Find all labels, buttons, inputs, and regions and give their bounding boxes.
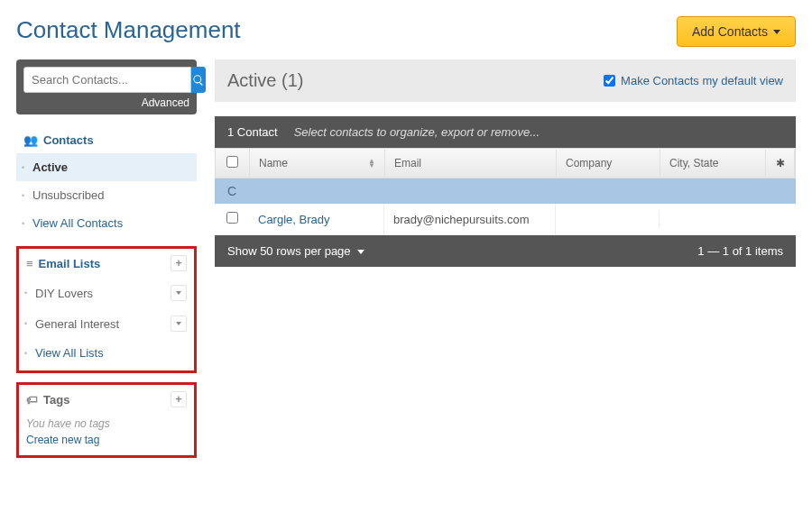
row-checkbox[interactable]: [226, 212, 238, 224]
create-new-tag-link[interactable]: Create new tag: [19, 432, 194, 452]
search-button[interactable]: [191, 67, 206, 93]
group-letter: C: [215, 178, 796, 204]
caret-down-icon: [357, 250, 364, 254]
default-view-link[interactable]: Make Contacts my default view: [604, 74, 783, 87]
add-list-button[interactable]: +: [171, 255, 187, 271]
email-lists-box: ≡ Email Lists + DIY Lovers General Inter…: [16, 246, 197, 373]
sidebar-item-view-all-contacts[interactable]: View All Contacts: [16, 209, 197, 237]
toolbar-hint: Select contacts to organize, export or r…: [294, 125, 540, 139]
table-footer: Show 50 rows per page 1 — 1 of 1 items: [215, 235, 796, 267]
email-lists-header[interactable]: ≡ Email Lists: [26, 257, 100, 270]
column-city[interactable]: City, State: [660, 150, 766, 177]
contact-company: [556, 211, 660, 227]
page-title: Contact Management: [16, 16, 241, 44]
contact-city: [660, 211, 796, 227]
list-icon: ≡: [26, 257, 33, 270]
default-view-checkbox[interactable]: [604, 75, 615, 87]
toolbar: 1 Contact Select contacts to organize, e…: [215, 116, 796, 148]
column-email[interactable]: Email: [385, 150, 557, 177]
pagination-info: 1 — 1 of 1 items: [697, 244, 783, 258]
tags-empty-text: You have no tags: [19, 414, 194, 432]
tags-header[interactable]: 🏷 Tags: [26, 393, 69, 407]
search-icon: [192, 74, 205, 87]
select-all-checkbox[interactable]: [226, 156, 238, 168]
contact-count: 1 Contact: [227, 125, 278, 139]
sidebar-item-active[interactable]: Active: [16, 153, 197, 181]
table-header: Name ▲▼ Email Company City, State ✱: [215, 148, 796, 178]
sidebar-item-view-all-lists[interactable]: View All Lists: [19, 339, 194, 367]
sidebar-item-general-interest[interactable]: General Interest: [19, 308, 194, 339]
caret-down-icon: [176, 322, 181, 325]
column-company[interactable]: Company: [557, 150, 660, 177]
caret-down-icon: [176, 291, 181, 295]
panel-header: Active (1) Make Contacts my default view: [215, 59, 796, 102]
list-dropdown-general[interactable]: [171, 315, 187, 332]
contact-name-link[interactable]: Cargle, Brady: [249, 205, 384, 234]
contact-email: brady@nichepursuits.com: [384, 205, 556, 234]
column-settings[interactable]: ✱: [766, 150, 795, 177]
contacts-icon: 👥: [23, 133, 38, 147]
advanced-search-link[interactable]: Advanced: [23, 96, 189, 109]
contacts-section: 👥 Contacts Active Unsubscribed View All …: [16, 127, 197, 237]
sidebar-item-unsubscribed[interactable]: Unsubscribed: [16, 181, 197, 209]
list-dropdown-diy[interactable]: [171, 285, 187, 301]
add-contacts-label: Add Contacts: [692, 24, 768, 39]
table-row: Cargle, Brady brady@nichepursuits.com: [215, 204, 796, 235]
tag-icon: 🏷: [26, 393, 38, 407]
tags-box: 🏷 Tags + You have no tags Create new tag: [16, 382, 197, 458]
search-box: Advanced: [16, 59, 197, 114]
add-tag-button[interactable]: +: [171, 391, 187, 407]
search-input[interactable]: [23, 67, 191, 93]
sidebar-item-diy-lovers[interactable]: DIY Lovers: [19, 278, 194, 308]
contacts-label: Contacts: [43, 133, 94, 147]
rows-per-page-selector[interactable]: Show 50 rows per page: [227, 244, 364, 258]
gear-icon: ✱: [776, 157, 785, 169]
contacts-header[interactable]: 👥 Contacts: [23, 133, 94, 147]
add-contacts-button[interactable]: Add Contacts: [677, 16, 796, 47]
caret-down-icon: [773, 30, 780, 34]
sort-icon: ▲▼: [368, 159, 375, 168]
column-name[interactable]: Name ▲▼: [250, 150, 385, 177]
tags-label: Tags: [43, 393, 69, 407]
email-lists-label: Email Lists: [39, 257, 101, 270]
panel-title: Active (1): [227, 70, 303, 91]
